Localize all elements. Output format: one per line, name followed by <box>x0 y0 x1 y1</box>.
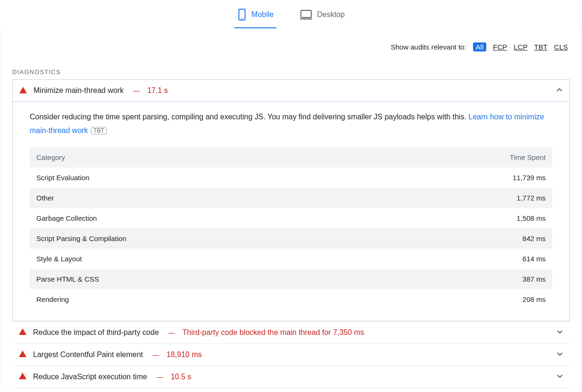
audit-row: Largest Contentful Paint element—18,910 … <box>12 343 570 366</box>
table-row: Rendering208 ms <box>30 289 552 309</box>
table-row: Script Evaluation11,739 ms <box>30 167 552 188</box>
tab-desktop[interactable]: Desktop <box>297 6 348 28</box>
filter-label: Show audits relevant to: <box>391 43 466 51</box>
fail-triangle-icon <box>19 87 27 95</box>
cell-time: 1,508 ms <box>384 208 552 228</box>
audit-row: Reduce the impact of third-party code—Th… <box>12 321 570 343</box>
audit-filter-row: Show audits relevant to: All FCP LCP TBT… <box>12 28 570 53</box>
dash: — <box>152 351 159 359</box>
cell-time: 614 ms <box>384 249 552 269</box>
cell-category: Style & Layout <box>30 249 384 269</box>
audit-title: Reduce JavaScript execution time <box>33 373 147 381</box>
svg-marker-7 <box>19 373 26 379</box>
audit-value: 17.1 s <box>147 86 168 95</box>
svg-rect-3 <box>300 18 312 19</box>
dash: — <box>157 373 163 381</box>
chevron-down-icon <box>557 373 563 381</box>
table-row: Style & Layout614 ms <box>30 249 552 269</box>
fail-triangle-icon <box>19 328 26 336</box>
table-row: Garbage Collection1,508 ms <box>30 208 552 228</box>
audit-title: Reduce the impact of third-party code <box>33 328 159 337</box>
col-time-spent: Time Spent <box>384 147 552 167</box>
tab-label: Desktop <box>317 10 345 19</box>
cell-category: Parse HTML & CSS <box>30 269 384 289</box>
cell-category: Other <box>30 188 384 208</box>
main-thread-breakdown-table: Category Time Spent Script Evaluation11,… <box>30 147 552 309</box>
table-row: Parse HTML & CSS387 ms <box>30 269 552 289</box>
svg-marker-6 <box>19 350 26 357</box>
cell-time: 208 ms <box>384 289 552 309</box>
tab-mobile[interactable]: Mobile <box>234 6 276 28</box>
svg-marker-4 <box>19 87 27 93</box>
filter-chip-tbt[interactable]: TBT <box>534 43 547 51</box>
cell-category: Script Evaluation <box>30 167 384 188</box>
audit-header[interactable]: Reduce the impact of third-party code—Th… <box>12 322 570 343</box>
filter-chip-all[interactable]: All <box>473 42 487 51</box>
table-row: Script Parsing & Compilation842 ms <box>30 228 552 249</box>
cell-category: Script Parsing & Compilation <box>30 228 384 249</box>
metric-badge-tbt: TBT <box>91 127 107 134</box>
audit-value: 10.5 s <box>171 373 191 381</box>
audit-body: Consider reducing the time spent parsing… <box>13 102 569 321</box>
audit-title: Minimize main-thread work <box>33 86 124 95</box>
cell-time: 11,739 ms <box>384 167 552 188</box>
dash: — <box>133 87 140 94</box>
cell-category: Rendering <box>30 289 384 309</box>
smartphone-icon <box>237 8 247 21</box>
audit-row: Reduce JavaScript execution time—10.5 s <box>12 366 570 388</box>
svg-point-1 <box>241 18 242 19</box>
audit-title: Largest Contentful Paint element <box>33 350 143 359</box>
desktop-icon <box>300 9 312 20</box>
col-category: Category <box>30 147 384 167</box>
cell-category: Garbage Collection <box>30 208 384 228</box>
audit-description: Consider reducing the time spent parsing… <box>30 110 552 138</box>
chevron-up-icon <box>556 87 563 95</box>
section-title-diagnostics: DIAGNOSTICS <box>12 68 570 75</box>
audit-value: 18,910 ms <box>166 350 202 359</box>
audit-header[interactable]: Largest Contentful Paint element—18,910 … <box>12 344 570 366</box>
desc-text: Consider reducing the time spent parsing… <box>30 113 468 121</box>
dash: — <box>168 329 175 336</box>
audit-header[interactable]: Reduce JavaScript execution time—10.5 s <box>12 366 570 388</box>
filter-chip-cls[interactable]: CLS <box>554 43 568 51</box>
filter-chip-fcp[interactable]: FCP <box>493 43 507 51</box>
cell-time: 1,772 ms <box>384 188 552 208</box>
svg-rect-2 <box>301 10 311 17</box>
table-row: Other1,772 ms <box>30 188 552 208</box>
chevron-down-icon <box>557 328 563 336</box>
tab-label: Mobile <box>251 10 274 19</box>
device-tabs: Mobile Desktop <box>0 0 582 28</box>
audit-minimize-main-thread: Minimize main-thread work — 17.1 s Consi… <box>12 79 570 321</box>
fail-triangle-icon <box>19 350 26 359</box>
audit-value: Third-party code blocked the main thread… <box>183 328 364 337</box>
fail-triangle-icon <box>19 373 26 381</box>
svg-marker-5 <box>19 328 26 335</box>
filter-chip-lcp[interactable]: LCP <box>514 43 527 51</box>
cell-time: 842 ms <box>384 228 552 249</box>
chevron-down-icon <box>557 350 563 359</box>
cell-time: 387 ms <box>384 269 552 289</box>
audit-header[interactable]: Minimize main-thread work — 17.1 s <box>13 80 569 102</box>
